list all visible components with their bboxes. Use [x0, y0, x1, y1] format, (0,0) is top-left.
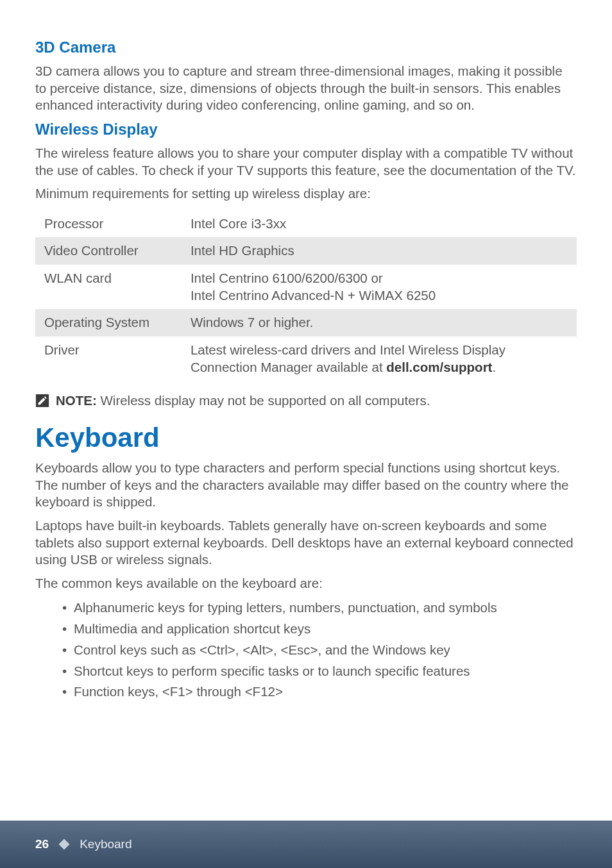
table-cell-label: Video Controller — [35, 237, 182, 265]
list-item: Alphanumeric keys for typing letters, nu… — [62, 598, 577, 618]
table-row: Video Controller Intel HD Graphics — [35, 237, 577, 265]
note-text: NOTE: Wireless display may not be suppor… — [56, 392, 430, 410]
note-block: NOTE: Wireless display may not be suppor… — [35, 392, 577, 410]
note-label: NOTE: — [56, 393, 97, 408]
paragraph-3d-camera: 3D camera allows you to capture and stre… — [35, 63, 577, 114]
paragraph-wireless-2: Minimum requirements for setting up wire… — [35, 185, 577, 203]
table-row: Operating System Windows 7 or higher. — [35, 309, 577, 337]
heading-3d-camera: 3D Camera — [35, 38, 577, 56]
note-body: Wireless display may not be supported on… — [97, 393, 430, 408]
driver-link-text: dell.com/support — [386, 360, 492, 374]
list-item: Multimedia and application shortcut keys — [62, 619, 577, 639]
requirements-table: Processor Intel Core i3-3xx Video Contro… — [35, 210, 577, 381]
table-cell-label: Processor — [35, 210, 182, 238]
table-row: Driver Latest wireless-card drivers and … — [35, 337, 577, 381]
table-cell-value: Latest wireless-card drivers and Intel W… — [182, 337, 577, 381]
paragraph-wireless-1: The wireless feature allows you to share… — [35, 145, 577, 179]
diamond-icon — [59, 839, 70, 850]
paragraph-keyboard-1: Keyboards allow you to type characters a… — [35, 460, 577, 511]
table-cell-value: Intel HD Graphics — [182, 237, 577, 265]
heading-wireless-display: Wireless Display — [35, 121, 577, 138]
paragraph-keyboard-3: The common keys available on the keyboar… — [35, 575, 577, 592]
table-cell-label: WLAN card — [35, 265, 182, 309]
table-cell-label: Driver — [35, 337, 182, 381]
footer-section-title: Keyboard — [80, 837, 132, 851]
table-row: WLAN card Intel Centrino 6100/6200/6300 … — [35, 265, 577, 309]
page-number: 26 — [35, 837, 49, 851]
paragraph-keyboard-2: Laptops have built-in keyboards. Tablets… — [35, 517, 577, 569]
list-item: Function keys, <F1> through <F12> — [62, 682, 577, 702]
keyboard-bullets: Alphanumeric keys for typing letters, nu… — [35, 598, 577, 702]
heading-keyboard: Keyboard — [35, 422, 577, 453]
table-cell-label: Operating System — [35, 309, 182, 337]
table-cell-value: Intel Centrino 6100/6200/6300 or Intel C… — [182, 265, 577, 309]
table-row: Processor Intel Core i3-3xx — [35, 210, 577, 238]
note-pencil-icon — [35, 394, 49, 408]
list-item: Shortcut keys to perform specific tasks … — [62, 662, 577, 681]
table-cell-value: Intel Core i3-3xx — [182, 210, 577, 238]
table-cell-value: Windows 7 or higher. — [182, 309, 577, 337]
list-item: Control keys such as <Ctrl>, <Alt>, <Esc… — [62, 640, 577, 660]
driver-suffix: . — [492, 360, 496, 374]
page-footer: 26 Keyboard — [0, 821, 612, 868]
